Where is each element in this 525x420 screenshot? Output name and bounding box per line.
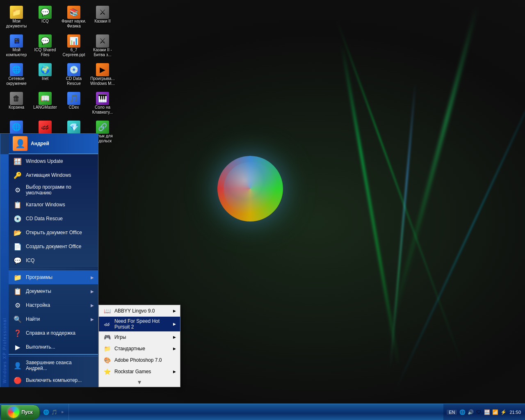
start-item-find[interactable]: 🔍 Найти ▶ — [9, 312, 98, 326]
prog-more[interactable]: ▾ — [99, 377, 180, 387]
start-xp-side: Windows XP Professional — [0, 154, 9, 387]
tray-time: 21:50 — [507, 410, 523, 415]
icon-cdex[interactable]: 🎵 CDex — [59, 90, 88, 112]
icon-langmaster[interactable]: 📖 LANGMaster — [31, 90, 59, 112]
icon-cd-data[interactable]: 💿 CD Data Rescue — [59, 62, 88, 88]
start-item-icq[interactable]: 💬 ICQ — [9, 253, 98, 267]
username: Андрей — [31, 141, 49, 146]
tray-misc1[interactable]: 📶 — [492, 409, 498, 415]
icon-icq[interactable]: 💬 ICQ — [31, 4, 59, 25]
start-orb-icon — [8, 406, 19, 418]
desktop: 📁 Мои документы 💬 ICQ 📚 Фанат науки. Физ… — [0, 0, 525, 404]
taskbar: Пуск 🌐 🎵 » EN 🌐 🔊 🛡 🪟 📶 ⚡ 21:50 — [0, 404, 525, 420]
prog-item-rockstar[interactable]: ⭐ Rockstar Games ▶ — [99, 366, 180, 377]
start-item-create-office[interactable]: 📄 Создать документ Office — [9, 240, 98, 253]
start-item-programs[interactable]: 📁 Программы ▶ — [9, 270, 98, 284]
tray-sound[interactable]: 🔊 — [467, 409, 474, 415]
quicklaunch-media[interactable]: 🎵 — [51, 409, 57, 415]
start-button[interactable]: Пуск — [1, 405, 40, 420]
start-item-open-office[interactable]: 📂 Открыть документ Office — [9, 226, 98, 240]
tray-update[interactable]: 🪟 — [484, 409, 490, 415]
icon-kazaki2-bitva[interactable]: ⚔ Казаки II - Битва з... — [88, 33, 117, 59]
tray-network[interactable]: 🌐 — [459, 409, 466, 415]
start-item-settings[interactable]: ⚙ Настройка ▶ — [9, 298, 98, 312]
start-item-run[interactable]: ▶ Выполнить... — [9, 340, 98, 354]
icon-fan-nauki[interactable]: 📚 Фанат науки. Физика — [59, 4, 88, 30]
tray-lang[interactable]: EN — [447, 410, 457, 415]
prog-item-photoshop[interactable]: 🎨 Adobe Photoshop 7.0 — [99, 354, 180, 366]
tray-security[interactable]: 🛡 — [475, 409, 482, 415]
icon-network[interactable]: 🌐 Сетевое окружение — [2, 62, 31, 88]
start-bottom: 👤 Завершение сеанса Андрей... 🔴 Выключит… — [9, 354, 98, 387]
start-shutdown[interactable]: 🔴 Выключить компьютер... — [9, 373, 98, 387]
start-logoff[interactable]: 👤 Завершение сеанса Андрей... — [9, 358, 98, 373]
start-item-activation[interactable]: 🔑 Активация Windows — [9, 168, 98, 182]
start-item-catalog[interactable]: 📋 Каталог Windows — [9, 198, 98, 212]
prog-item-igry[interactable]: 🎮 Игры ▶ — [99, 331, 180, 343]
icon-solo-piano[interactable]: 🎹 Соло на Клавиату... — [88, 90, 117, 116]
start-item-default-programs[interactable]: ⚙ Выбор программ по умолчанию — [9, 182, 98, 198]
prog-item-nfs-pursuit[interactable]: 🏎 Need For Speed Hot Pursuit 2 ▶ — [99, 317, 180, 331]
icon-my-docs[interactable]: 📁 Мои документы — [2, 4, 31, 30]
xp-label: Windows XP Professional — [2, 317, 7, 383]
system-tray: EN 🌐 🔊 🛡 🪟 📶 ⚡ 21:50 — [443, 404, 525, 420]
start-label: Пуск — [21, 409, 33, 415]
icon-my-comp[interactable]: 🖥 Мой компьютер — [2, 33, 31, 59]
user-avatar: 👤 — [13, 136, 27, 151]
start-menu: Windows XP Professional 👤 Андрей 🪟 Windo… — [0, 133, 98, 387]
quicklaunch-ie[interactable]: 🌐 — [43, 409, 49, 415]
start-item-windows-update[interactable]: 🪟 Windows Update — [9, 154, 98, 168]
prog-item-abbyy[interactable]: 📖 ABBYY Lingvo 9.0 ▶ — [99, 305, 180, 317]
quicklaunch-arrow[interactable]: » — [59, 409, 66, 415]
icon-recycle[interactable]: 🗑 Корзина — [2, 90, 31, 112]
programs-submenu: 📖 ABBYY Lingvo 9.0 ▶ 🏎 Need For Speed Ho… — [98, 305, 180, 387]
start-item-documents[interactable]: 📋 Документы ▶ — [9, 284, 98, 298]
icon-inet[interactable]: 🌍 Inet — [31, 62, 59, 83]
start-header: 👤 Андрей — [9, 134, 98, 154]
icon-67-ppt[interactable]: 📊 6_7 Сергеев.ppt — [59, 33, 88, 59]
prog-item-standard[interactable]: 📁 Стандартные ▶ — [99, 343, 180, 354]
icon-kazaki2[interactable]: ⚔ Казаки II — [88, 4, 117, 25]
windows-logo — [217, 156, 283, 221]
icon-win-media[interactable]: ▶ Проигрыва... Windows M... — [88, 62, 117, 88]
start-item-help[interactable]: ❓ Справка и поддержка — [9, 326, 98, 340]
icon-icq-shared[interactable]: 💬 ICQ Shared Files — [31, 33, 59, 59]
start-item-cd-data[interactable]: 💿 CD Data Rescue — [9, 212, 98, 226]
tray-misc2[interactable]: ⚡ — [500, 409, 507, 415]
